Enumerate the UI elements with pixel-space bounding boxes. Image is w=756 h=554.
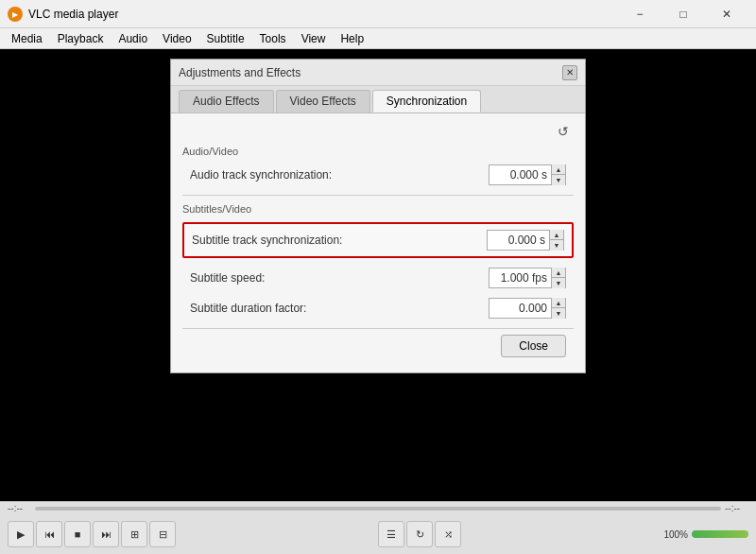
subtitle-speed-arrows: ▲ ▼ bbox=[551, 268, 565, 288]
subtitle-duration-input[interactable] bbox=[490, 299, 551, 318]
progress-row: --:-- --:-- bbox=[0, 502, 756, 515]
window-close-button[interactable]: ✕ bbox=[705, 0, 748, 28]
dialog-close-icon[interactable]: ✕ bbox=[562, 65, 577, 80]
subtitle-sync-label: Subtitle track synchronization: bbox=[192, 234, 487, 247]
subtitle-speed-down[interactable]: ▼ bbox=[552, 278, 565, 288]
menu-media[interactable]: Media bbox=[4, 30, 50, 47]
menu-tools[interactable]: Tools bbox=[252, 30, 294, 47]
volume-bar[interactable] bbox=[692, 530, 748, 538]
playlist-button[interactable]: ☰ bbox=[378, 521, 404, 547]
extra-controls: ☰ ↻ ⤮ bbox=[378, 521, 461, 547]
play-button[interactable]: ▶ bbox=[8, 521, 34, 547]
subtitle-speed-input[interactable] bbox=[490, 268, 551, 287]
subtitle-speed-label: Subtitle speed: bbox=[190, 271, 489, 285]
subtitle-duration-up[interactable]: ▲ bbox=[552, 298, 565, 308]
audio-sync-spinbox: ▲ ▼ bbox=[489, 164, 566, 185]
subtitle-sync-input[interactable] bbox=[488, 231, 549, 250]
random-button[interactable]: ⤮ bbox=[435, 521, 461, 547]
window-title: VLC media player bbox=[28, 8, 618, 21]
dialog-titlebar: Adjustments and Effects ✕ bbox=[171, 60, 585, 86]
audio-sync-label: Audio track synchronization: bbox=[190, 168, 489, 182]
progress-time-right: --:-- bbox=[725, 503, 748, 513]
subtitle-speed-up[interactable]: ▲ bbox=[552, 268, 565, 278]
main-area: Adjustments and Effects ✕ Audio Effects … bbox=[0, 49, 756, 501]
subtitle-duration-arrows: ▲ ▼ bbox=[551, 298, 565, 319]
volume-fill bbox=[692, 530, 748, 538]
subtitle-sync-highlight: Subtitle track synchronization: ▲ ▼ bbox=[182, 222, 574, 258]
subtitle-sync-row: Subtitle track synchronization: ▲ ▼ bbox=[192, 230, 564, 251]
subtitle-duration-spinbox: ▲ ▼ bbox=[489, 298, 566, 319]
prev-button[interactable]: ⏮ bbox=[36, 521, 62, 547]
section-divider-1 bbox=[182, 195, 574, 196]
subtitle-sync-up[interactable]: ▲ bbox=[550, 230, 563, 240]
title-bar: VLC media player − □ ✕ bbox=[0, 0, 756, 28]
tab-video-effects[interactable]: Video Effects bbox=[276, 90, 370, 113]
audio-video-header: Audio/Video bbox=[182, 146, 574, 157]
refresh-button[interactable]: ↺ bbox=[553, 121, 574, 142]
subtitle-speed-row: Subtitle speed: ▲ ▼ bbox=[182, 268, 574, 288]
menu-audio[interactable]: Audio bbox=[111, 30, 155, 47]
menu-playback[interactable]: Playback bbox=[50, 30, 112, 47]
subtitle-duration-down[interactable]: ▼ bbox=[552, 308, 565, 319]
repeat-button[interactable]: ↻ bbox=[406, 521, 433, 547]
video-area-left bbox=[0, 49, 170, 501]
subtitle-sync-spinbox: ▲ ▼ bbox=[487, 230, 564, 251]
app-icon bbox=[8, 7, 23, 22]
menu-view[interactable]: View bbox=[294, 30, 334, 47]
audio-sync-arrows: ▲ ▼ bbox=[551, 164, 565, 185]
close-button-row: Close bbox=[182, 328, 574, 361]
frame-button[interactable]: ⊞ bbox=[121, 521, 147, 547]
playback-controls: ▶ ⏮ ■ ⏭ ⊞ ⊟ bbox=[8, 521, 176, 547]
subtitle-speed-spinbox: ▲ ▼ bbox=[489, 268, 566, 288]
progress-track[interactable] bbox=[35, 507, 721, 511]
bottom-toolbar: --:-- --:-- ▶ ⏮ ■ ⏭ ⊞ ⊟ ☰ ↻ ⤮ 100% bbox=[0, 501, 756, 554]
subtitle-sync-arrows: ▲ ▼ bbox=[549, 230, 563, 251]
progress-time-left: --:-- bbox=[8, 503, 31, 513]
dialog-close-button[interactable]: Close bbox=[501, 335, 566, 357]
stop-button[interactable]: ■ bbox=[64, 521, 91, 547]
maximize-button[interactable]: □ bbox=[662, 0, 705, 28]
tab-audio-effects[interactable]: Audio Effects bbox=[179, 90, 274, 113]
menu-video[interactable]: Video bbox=[155, 30, 198, 47]
subtitle-duration-label: Subtitle duration factor: bbox=[190, 302, 489, 315]
sync-button[interactable]: ⊟ bbox=[149, 521, 176, 547]
window-controls: − □ ✕ bbox=[618, 0, 748, 28]
menu-subtitle[interactable]: Subtitle bbox=[199, 30, 252, 47]
audio-sync-down[interactable]: ▼ bbox=[552, 175, 565, 185]
minimize-button[interactable]: − bbox=[618, 0, 662, 28]
menu-bar: Media Playback Audio Video Subtitle Tool… bbox=[0, 28, 756, 49]
subtitle-sync-down[interactable]: ▼ bbox=[550, 240, 563, 251]
adjustments-dialog: Adjustments and Effects ✕ Audio Effects … bbox=[170, 59, 586, 373]
audio-sync-up[interactable]: ▲ bbox=[552, 164, 565, 175]
volume-label: 100% bbox=[663, 529, 688, 540]
dialog-tabs: Audio Effects Video Effects Synchronizat… bbox=[171, 86, 585, 113]
volume-area: 100% bbox=[663, 529, 748, 540]
menu-help[interactable]: Help bbox=[333, 30, 371, 47]
subtitle-duration-row: Subtitle duration factor: ▲ ▼ bbox=[182, 298, 574, 319]
dialog-title: Adjustments and Effects bbox=[179, 66, 301, 79]
subtitles-video-header: Subtitles/Video bbox=[182, 203, 574, 215]
dialog-content: ↺ Audio/Video Audio track synchronizatio… bbox=[171, 113, 585, 372]
controls-row: ▶ ⏮ ■ ⏭ ⊞ ⊟ ☰ ↻ ⤮ 100% bbox=[0, 515, 756, 554]
audio-sync-input[interactable] bbox=[490, 165, 551, 184]
tab-synchronization[interactable]: Synchronization bbox=[372, 90, 481, 113]
next-button[interactable]: ⏭ bbox=[93, 521, 119, 547]
audio-sync-row: Audio track synchronization: ▲ ▼ bbox=[182, 164, 574, 185]
